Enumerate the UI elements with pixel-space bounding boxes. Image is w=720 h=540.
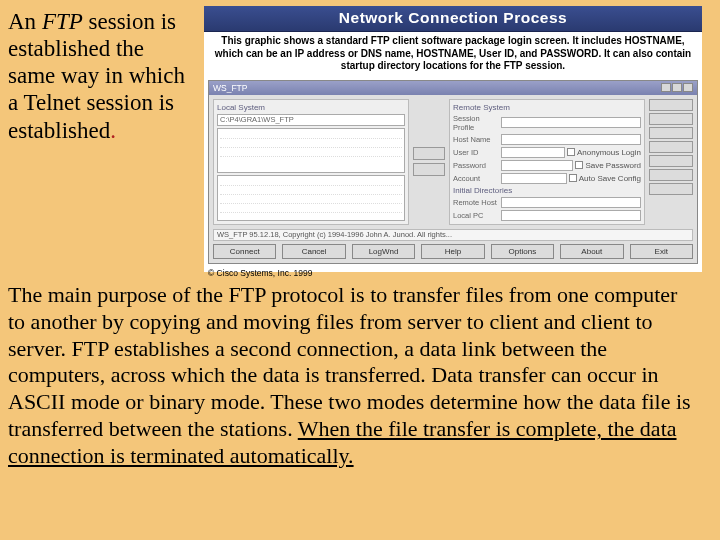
local-dir-list[interactable]: [217, 128, 405, 174]
side-button[interactable]: [649, 169, 693, 181]
host-input[interactable]: [501, 134, 641, 145]
list-item[interactable]: [220, 204, 402, 213]
remotedir-label: Remote Host: [453, 198, 499, 207]
transfer-left-button[interactable]: [413, 147, 445, 160]
list-item[interactable]: [220, 139, 402, 148]
savepw-checkbox[interactable]: [575, 161, 583, 169]
side-button[interactable]: [649, 155, 693, 167]
profile-input[interactable]: [501, 117, 641, 128]
side-button[interactable]: [649, 113, 693, 125]
local-panel: Local System C:\P4\GRA1\WS_FTP: [213, 99, 409, 225]
options-button[interactable]: Options: [491, 244, 554, 259]
localdir-row: Local PC: [453, 210, 641, 221]
anon-label: Anonymous Login: [577, 148, 641, 157]
cancel-button[interactable]: Cancel: [282, 244, 345, 259]
connect-button[interactable]: Connect: [213, 244, 276, 259]
acct-label: Account: [453, 174, 499, 183]
figure-caption: This graphic shows a standard FTP client…: [204, 32, 702, 78]
autosave-label: Auto Save Config: [579, 174, 641, 183]
localdir-label: Local PC: [453, 211, 499, 220]
list-item[interactable]: [220, 195, 402, 204]
figure-copyright: © Cisco Systems, Inc. 1999: [204, 266, 702, 278]
side-button[interactable]: [649, 127, 693, 139]
autosave-checkbox[interactable]: [569, 174, 577, 182]
about-button[interactable]: About: [560, 244, 623, 259]
maximize-button[interactable]: [672, 83, 682, 92]
profile-row: Session Profile: [453, 114, 641, 132]
user-label: User ID: [453, 148, 499, 157]
list-item[interactable]: [220, 148, 402, 157]
window-controls: [661, 83, 693, 92]
remote-panel: Remote System Session Profile Host Name …: [449, 99, 645, 225]
side-button[interactable]: [649, 183, 693, 195]
host-label: Host Name: [453, 135, 499, 144]
user-row: User IDAnonymous Login: [453, 147, 641, 158]
figure-banner: Network Connection Process: [204, 6, 702, 32]
pass-row: PasswordSave Password: [453, 160, 641, 171]
local-path[interactable]: C:\P4\GRA1\WS_FTP: [217, 114, 405, 126]
remote-panel-title: Remote System: [453, 103, 641, 112]
pass-label: Password: [453, 161, 499, 170]
list-item[interactable]: [220, 177, 402, 186]
local-panel-title: Local System: [217, 103, 405, 112]
list-item[interactable]: [220, 130, 402, 139]
remotedir-input[interactable]: [501, 197, 641, 208]
side-buttons: [649, 99, 693, 225]
localdir-input[interactable]: [501, 210, 641, 221]
local-file-list[interactable]: [217, 175, 405, 221]
remotedir-row: Remote Host: [453, 197, 641, 208]
close-button[interactable]: [683, 83, 693, 92]
top-row: An FTP session is established the same w…: [6, 6, 702, 272]
initdir-label: Initial Directories: [453, 186, 641, 195]
logwnd-button[interactable]: LogWnd: [352, 244, 415, 259]
ftp-app-window: WS_FTP Local System C:\P4\GRA1\WS_FTP: [208, 80, 698, 264]
list-item[interactable]: [220, 186, 402, 195]
acct-input[interactable]: [501, 173, 567, 184]
side-button[interactable]: [649, 99, 693, 111]
figure: Network Connection Process This graphic …: [204, 6, 702, 272]
transfer-buttons: [413, 99, 445, 225]
slide: An FTP session is established the same w…: [0, 0, 720, 540]
side-button[interactable]: [649, 141, 693, 153]
pass-input[interactable]: [501, 160, 573, 171]
acct-row: AccountAuto Save Config: [453, 173, 641, 184]
savepw-label: Save Password: [585, 161, 641, 170]
status-bar: WS_FTP 95.12.18, Copyright (c) 1994-1996…: [213, 229, 693, 241]
minimize-button[interactable]: [661, 83, 671, 92]
exit-button[interactable]: Exit: [630, 244, 693, 259]
bottom-button-row: Connect Cancel LogWnd Help Options About…: [209, 241, 697, 263]
profile-label: Session Profile: [453, 114, 499, 132]
intro-ftp-italic: FTP: [42, 9, 83, 34]
anon-checkbox[interactable]: [567, 148, 575, 156]
host-row: Host Name: [453, 134, 641, 145]
main-paragraph: The main purpose of the FTP protocol is …: [6, 282, 702, 470]
transfer-right-button[interactable]: [413, 163, 445, 176]
intro-period: .: [110, 118, 116, 143]
help-button[interactable]: Help: [421, 244, 484, 259]
app-title: WS_FTP: [213, 83, 247, 93]
user-input[interactable]: [501, 147, 565, 158]
intro-line1-pre: An: [8, 9, 42, 34]
intro-text: An FTP session is established the same w…: [6, 6, 196, 144]
app-titlebar: WS_FTP: [209, 81, 697, 95]
intro-line1-post: session: [83, 9, 155, 34]
app-body: Local System C:\P4\GRA1\WS_FTP: [209, 95, 697, 229]
